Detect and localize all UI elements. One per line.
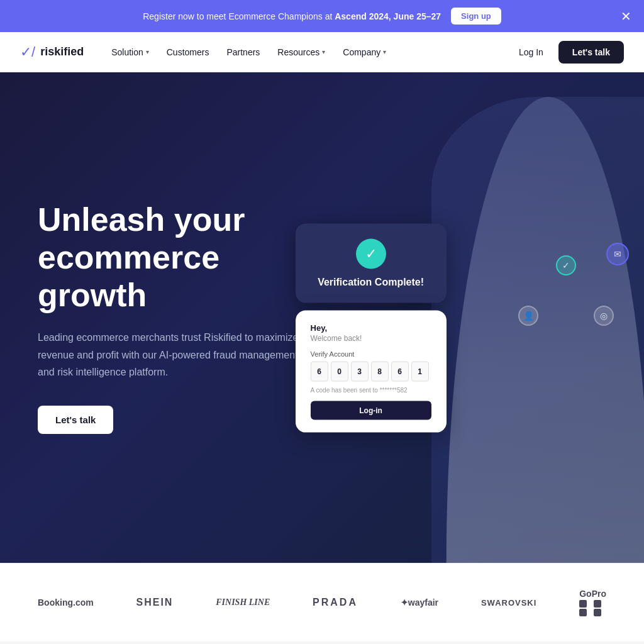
hero-visual: ✓ Verification Complete! Hey, Welcome ba… <box>258 72 644 563</box>
banner-text: Register now to meet Ecommerce Champions… <box>143 11 441 21</box>
banner-close-button[interactable]: ✕ <box>621 10 631 23</box>
check-node-icon: ✓ <box>556 255 576 275</box>
person-node-icon: 👤 <box>518 306 538 326</box>
hero-person-bg <box>431 97 644 563</box>
nav-links: Solution ▾ Customers Partners Resources … <box>104 42 491 62</box>
email-node-icon: ✉ <box>606 243 629 265</box>
chevron-down-icon: ▾ <box>146 48 149 55</box>
nav-item-partners[interactable]: Partners <box>219 42 267 62</box>
login-welcome-text: Welcome back! <box>311 334 431 343</box>
logo-text: riskified <box>40 45 84 58</box>
verify-account-label: Verify Account <box>311 350 431 358</box>
booking-logo: Booking.com <box>38 597 94 608</box>
code-box-6: 1 <box>411 362 429 382</box>
talk-button[interactable]: Let's talk <box>558 41 624 64</box>
code-box-1: 6 <box>311 362 328 382</box>
login-card: Hey, Welcome back! Verify Account 6 0 3 … <box>296 311 447 433</box>
prada-logo: PRADA <box>313 597 358 608</box>
hero-cta-button[interactable]: Let's talk <box>38 406 113 434</box>
login-card-button[interactable]: Log-in <box>311 401 431 420</box>
nav-item-resources[interactable]: Resources ▾ <box>270 42 333 62</box>
bottom-section <box>0 641 644 644</box>
login-button[interactable]: Log In <box>511 42 551 62</box>
logos-bar: Booking.com SHEIN FINISH LINE PRADA ✦way… <box>0 563 644 641</box>
swarovski-logo: SWAROVSKI <box>481 598 536 608</box>
banner-signup-button[interactable]: Sign up <box>451 8 501 25</box>
nav-item-solution[interactable]: Solution ▾ <box>104 42 157 62</box>
gopro-grid-icon <box>579 600 606 616</box>
verification-check-icon: ✓ <box>356 239 386 269</box>
finishline-logo: FINISH LINE <box>216 597 270 608</box>
code-box-2: 0 <box>331 362 348 382</box>
nav-item-company[interactable]: Company ▾ <box>335 42 394 62</box>
hero-title: Unleash your ecommerce growth <box>38 201 314 314</box>
chevron-down-icon: ▾ <box>322 48 325 55</box>
verification-title: Verification Complete! <box>316 277 426 288</box>
person-shape <box>431 97 644 563</box>
hero-section: Unleash your ecommerce growth Leading ec… <box>0 72 644 563</box>
gopro-logo: GoPro <box>579 589 606 616</box>
main-nav: ✓/ riskified Solution ▾ Customers Partne… <box>0 32 644 72</box>
nav-actions: Log In Let's talk <box>511 41 624 64</box>
code-box-5: 6 <box>391 362 409 382</box>
logo[interactable]: ✓/ riskified <box>20 44 84 60</box>
logo-slash-icon: ✓/ <box>20 44 35 60</box>
shein-logo: SHEIN <box>136 597 174 608</box>
wayfair-logo: ✦wayfair <box>401 597 438 608</box>
code-input-boxes: 6 0 3 8 6 1 <box>311 362 431 382</box>
code-hint: A code has been sent to *******582 <box>311 387 431 394</box>
link-node-icon: ◎ <box>594 306 614 326</box>
chevron-down-icon: ▾ <box>383 48 386 55</box>
ui-cards-container: ✓ Verification Complete! Hey, Welcome ba… <box>296 224 447 433</box>
login-greeting: Hey, <box>311 323 431 333</box>
code-box-4: 8 <box>371 362 389 382</box>
nav-item-customers[interactable]: Customers <box>159 42 217 62</box>
announcement-banner: Register now to meet Ecommerce Champions… <box>0 0 644 32</box>
hero-subtitle: Leading ecommerce merchants trust Riskif… <box>38 329 314 380</box>
code-box-3: 3 <box>351 362 369 382</box>
verification-card: ✓ Verification Complete! <box>296 224 447 303</box>
